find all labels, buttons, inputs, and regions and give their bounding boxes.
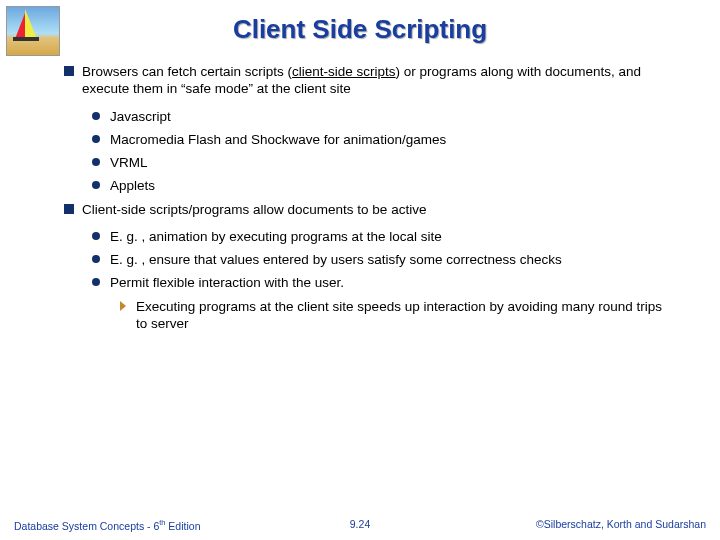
- text: Edition: [165, 520, 200, 532]
- slide-title: Client Side Scripting: [0, 14, 720, 45]
- footer-left: Database System Concepts - 6th Edition: [14, 518, 200, 532]
- copyright: ©Silberschatz, Korth and Sudarshan: [536, 518, 706, 530]
- slide-body: Browsers can fetch certain scripts (clie…: [64, 63, 676, 332]
- bullet-level1: Client-side scripts/programs allow docum…: [64, 201, 676, 218]
- sailboat-logo: [6, 6, 60, 56]
- text: Database System Concepts - 6: [14, 520, 159, 532]
- bullet-level1: Browsers can fetch certain scripts (clie…: [64, 63, 676, 98]
- slide-footer: Database System Concepts - 6th Edition 9…: [0, 518, 720, 530]
- underlined-text: client-side scripts: [292, 64, 396, 79]
- bullet-level2: VRML: [92, 154, 676, 171]
- bullet-level2: E. g. , animation by executing programs …: [92, 228, 676, 245]
- bullet-level2: Javascript: [92, 108, 676, 125]
- bullet-level2: Applets: [92, 177, 676, 194]
- bullet-level2: Permit flexible interaction with the use…: [92, 274, 676, 291]
- bullet-level2: Macromedia Flash and Shockwave for anima…: [92, 131, 676, 148]
- bullet-level3: Executing programs at the client site sp…: [120, 298, 676, 333]
- bullet-level2: E. g. , ensure that values entered by us…: [92, 251, 676, 268]
- text: Browsers can fetch certain scripts (: [82, 64, 292, 79]
